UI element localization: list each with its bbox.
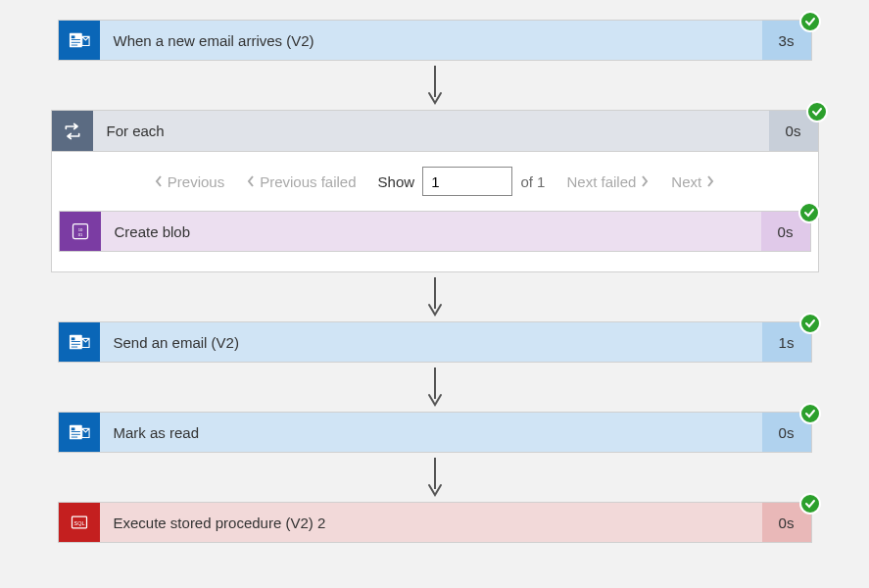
svg-rect-13 bbox=[71, 344, 79, 345]
outlook-icon bbox=[59, 322, 100, 362]
svg-rect-14 bbox=[71, 347, 76, 348]
step-title: For each bbox=[93, 111, 769, 151]
pager-index-input[interactable] bbox=[422, 167, 512, 196]
svg-text:01: 01 bbox=[77, 232, 82, 237]
pager-previous-failed[interactable]: Previous failed bbox=[246, 173, 356, 190]
chevron-left-icon bbox=[154, 174, 164, 188]
svg-rect-12 bbox=[71, 341, 79, 342]
svg-rect-18 bbox=[71, 431, 79, 432]
svg-rect-20 bbox=[71, 437, 76, 438]
success-check-icon bbox=[799, 11, 821, 32]
svg-text:SQL: SQL bbox=[73, 520, 84, 526]
pager-next[interactable]: Next bbox=[671, 173, 715, 190]
svg-rect-2 bbox=[71, 39, 79, 40]
blob-storage-icon: 1001 bbox=[60, 212, 101, 251]
flow-arrow-icon bbox=[426, 363, 444, 412]
chevron-left-icon bbox=[246, 174, 256, 188]
flow-arrow-icon bbox=[426, 61, 444, 110]
svg-rect-1 bbox=[71, 35, 74, 38]
chevron-right-icon bbox=[640, 174, 650, 188]
loop-icon bbox=[52, 111, 93, 151]
flow-run-diagram: When a new email arrives (V2) 3s For eac… bbox=[0, 20, 869, 543]
success-check-icon bbox=[798, 202, 820, 223]
outlook-icon bbox=[59, 21, 100, 60]
step-trigger-email[interactable]: When a new email arrives (V2) 3s bbox=[58, 20, 812, 61]
pager-previous[interactable]: Previous bbox=[154, 173, 224, 190]
flow-arrow-icon bbox=[426, 272, 444, 321]
success-check-icon bbox=[799, 313, 821, 334]
svg-rect-11 bbox=[71, 337, 74, 340]
step-mark-read[interactable]: Mark as read 0s bbox=[58, 412, 812, 453]
svg-rect-4 bbox=[71, 45, 76, 46]
outlook-icon bbox=[59, 413, 100, 452]
step-title: Create blob bbox=[101, 212, 761, 251]
svg-rect-3 bbox=[71, 42, 79, 43]
sql-icon: SQL bbox=[59, 503, 100, 542]
success-check-icon bbox=[799, 493, 821, 514]
svg-rect-19 bbox=[71, 434, 79, 435]
step-create-blob[interactable]: 1001 Create blob 0s bbox=[59, 211, 811, 252]
foreach-pager: Previous Previous failed Show of 1 Next … bbox=[52, 152, 818, 211]
step-foreach-container[interactable]: For each 0s Previous Previous failed Sho… bbox=[51, 110, 819, 272]
flow-arrow-icon bbox=[426, 453, 444, 502]
pager-next-failed[interactable]: Next failed bbox=[566, 173, 650, 190]
step-title: When a new email arrives (V2) bbox=[100, 21, 762, 60]
success-check-icon bbox=[806, 101, 828, 122]
svg-rect-17 bbox=[71, 427, 74, 430]
step-send-email[interactable]: Send an email (V2) 1s bbox=[58, 321, 812, 363]
chevron-right-icon bbox=[705, 174, 715, 188]
step-title: Send an email (V2) bbox=[100, 322, 762, 362]
step-title: Execute stored procedure (V2) 2 bbox=[100, 503, 762, 542]
step-title: Mark as read bbox=[100, 413, 762, 452]
step-execute-stored-procedure[interactable]: SQL Execute stored procedure (V2) 2 0s bbox=[58, 502, 812, 543]
success-check-icon bbox=[799, 403, 821, 424]
pager-show-group: Show of 1 bbox=[378, 167, 546, 196]
